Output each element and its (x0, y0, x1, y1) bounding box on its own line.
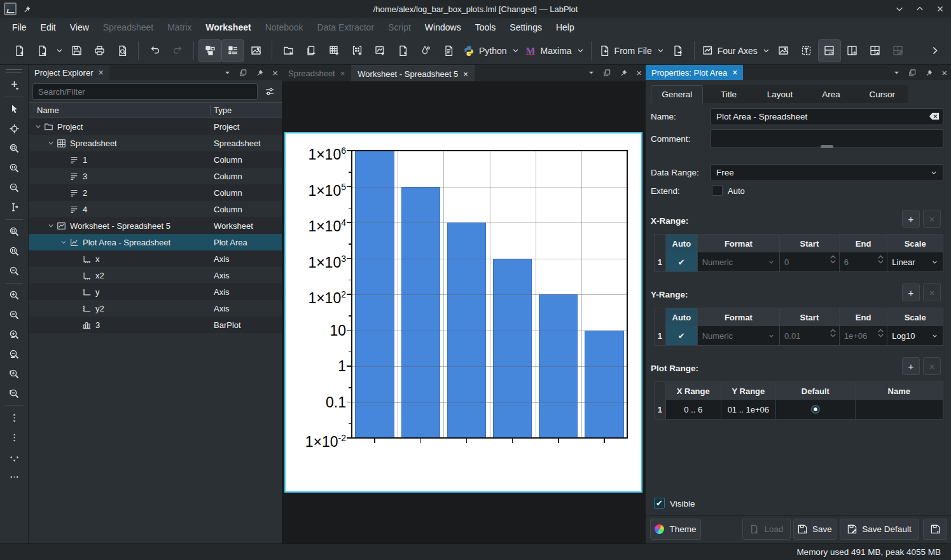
tree-row-plot-area-spreadsheet[interactable]: Plot Area - SpreadsheetPlot Area (29, 234, 282, 250)
zoom-out-x-button[interactable] (3, 345, 25, 364)
type-column-header[interactable]: Type (214, 106, 232, 115)
bar[interactable] (539, 294, 578, 438)
clear-text-icon[interactable] (929, 112, 940, 121)
end-column-header[interactable]: End (840, 235, 888, 252)
y-range-auto-checkbox[interactable]: ✔ (666, 326, 698, 345)
close-icon[interactable]: × (941, 67, 947, 78)
new-datapicker-button[interactable] (414, 39, 437, 62)
new-folder-button[interactable] (277, 39, 300, 62)
float-window-icon[interactable] (603, 69, 611, 77)
toolbar-overflow-button[interactable] (923, 39, 946, 62)
x-range-format-select[interactable]: Numeric (698, 252, 780, 271)
tab-layout[interactable]: Layout (754, 85, 805, 103)
project-explorer-tab[interactable]: Project Explorer × (29, 65, 109, 80)
save-default-button[interactable]: Save Default (840, 519, 919, 540)
extend-auto-checkbox[interactable] (712, 185, 723, 196)
new-worksheet-button[interactable] (368, 39, 391, 62)
bar[interactable] (493, 259, 532, 439)
shift-up-y-button[interactable] (3, 408, 25, 428)
tree-row-4[interactable]: 4Column (29, 201, 282, 217)
close-button[interactable] (936, 4, 945, 13)
menu-file[interactable]: File (5, 18, 34, 37)
spinner-icon[interactable] (878, 255, 884, 264)
shift-right-x-button[interactable] (3, 467, 25, 487)
plot-range-name[interactable] (856, 400, 943, 419)
vertical-layout-button[interactable] (818, 39, 841, 62)
save-theme-button[interactable]: Save (793, 519, 836, 540)
maximize-button[interactable] (915, 4, 924, 13)
shift-left-x-button[interactable] (3, 447, 25, 467)
y-range-format-select[interactable]: Numeric (698, 326, 780, 345)
zoom-x-select-button[interactable] (3, 158, 25, 178)
pin-icon[interactable] (256, 69, 264, 77)
x-range-auto-checkbox[interactable]: ✔ (666, 252, 698, 271)
zoom-in-x-button[interactable] (3, 325, 25, 345)
tree-row-y2[interactable]: y2Axis (29, 300, 282, 317)
zoom-out-button[interactable] (3, 305, 25, 325)
shift-down-y-button[interactable] (3, 428, 25, 447)
x-range-scale-select[interactable]: Linear (887, 252, 943, 271)
tab-area[interactable]: Area (805, 85, 856, 103)
zoom-out-y-button[interactable] (3, 384, 25, 404)
tab-general[interactable]: General (651, 85, 703, 103)
tab-title[interactable]: Title (703, 85, 754, 103)
toolbar-drag-handle[interactable] (6, 69, 22, 72)
zoom-in-button[interactable] (3, 285, 25, 305)
zoom-select-plot-button[interactable] (3, 222, 25, 242)
break-layout-button[interactable] (887, 39, 910, 62)
plot-type-dropdown[interactable] (761, 39, 772, 62)
spinner-icon[interactable] (830, 255, 836, 264)
load-button[interactable]: Load (742, 519, 791, 540)
close-icon[interactable]: × (98, 67, 103, 78)
tree-row-3[interactable]: 3BarPlot (29, 317, 282, 333)
default-column-header[interactable]: Default (776, 382, 855, 400)
resize-grip[interactable] (821, 145, 833, 148)
tab-spreadsheet[interactable]: Spreadsheet × (282, 65, 351, 81)
new-plot-four-axes-button[interactable]: Four Axes (699, 39, 761, 62)
scale-column-header[interactable]: Scale (887, 308, 943, 326)
tree-row-2[interactable]: 2Column (29, 184, 282, 201)
bar[interactable] (401, 187, 440, 439)
add-y-range-button[interactable]: + (902, 283, 920, 301)
add-plot-range-button[interactable]: + (902, 357, 920, 375)
tab-cursor[interactable]: Cursor (857, 85, 908, 103)
select-and-edit-button[interactable] (3, 99, 25, 119)
x-range-end-spinbox[interactable]: 6 (840, 252, 888, 271)
comment-field[interactable] (711, 129, 943, 148)
toggle-project-explorer-button[interactable] (198, 39, 221, 62)
new-image-button[interactable] (772, 39, 795, 62)
y-range-start-spinbox[interactable]: 0.01 (780, 326, 840, 345)
tree-header[interactable]: Name Type (29, 102, 282, 118)
worksheet-preview-button[interactable] (244, 39, 267, 62)
float-window-icon[interactable] (239, 69, 247, 77)
maxima-dropdown[interactable] (575, 39, 587, 62)
zoom-x-select-plot-button[interactable] (3, 242, 25, 261)
save-icon-button[interactable] (923, 519, 947, 540)
pin-icon[interactable] (620, 69, 628, 77)
tree-row-project[interactable]: ProjectProject (29, 118, 282, 135)
auto-column-header[interactable]: Auto (666, 235, 698, 252)
bar[interactable] (585, 331, 623, 439)
properties-tab[interactable]: Properties: Plot Area × (646, 65, 743, 80)
grid-layout-button[interactable] (864, 39, 887, 62)
y-range-scale-select[interactable]: Log10 (887, 326, 943, 345)
remove-x-range-button[interactable]: × (923, 210, 941, 228)
new-spreadsheet-button[interactable] (323, 39, 345, 62)
start-column-header[interactable]: Start (780, 308, 840, 326)
theme-button[interactable]: Theme (650, 519, 701, 540)
menu-settings[interactable]: Settings (503, 18, 549, 37)
pin-icon[interactable] (925, 69, 933, 77)
tab-worksheet[interactable]: Worksheet - Spreadsheet 5 × (351, 65, 475, 81)
menu-tools[interactable]: Tools (468, 18, 503, 37)
tree-row-3[interactable]: 3Column (29, 168, 282, 184)
cursor-button[interactable] (3, 198, 25, 217)
new-note-button[interactable] (391, 39, 414, 62)
menu-worksheet[interactable]: Worksheet (198, 18, 258, 37)
dock-menu-icon[interactable] (224, 69, 231, 76)
close-icon[interactable]: × (732, 67, 737, 78)
minimize-button[interactable] (895, 4, 904, 13)
bar[interactable] (447, 222, 486, 438)
navigate-button[interactable] (3, 119, 25, 139)
y-range-column-header[interactable]: Y Range (721, 382, 777, 400)
expander-icon[interactable] (34, 123, 43, 130)
